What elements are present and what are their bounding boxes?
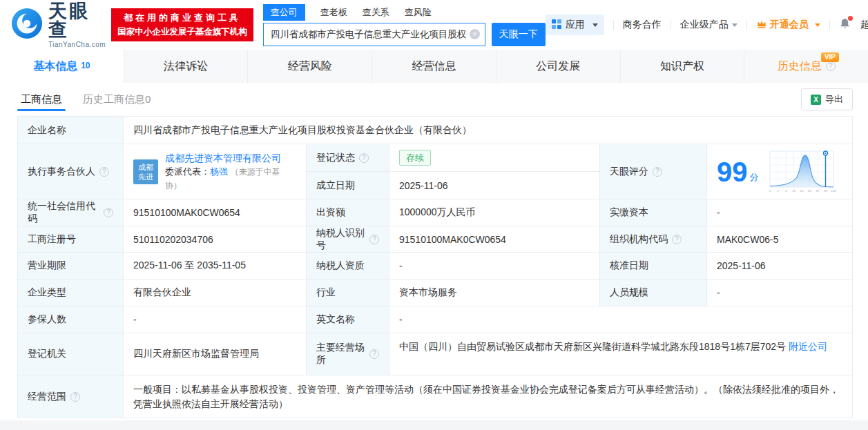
field-label-taxpayer-id: 纳税人识别号 [307, 226, 389, 253]
search-tab-risk[interactable]: 查风险 [405, 6, 432, 19]
field-value-taxpayer-id: 91510100MAK0CW0654 [389, 226, 600, 253]
field-label-industry: 行业 [307, 280, 389, 306]
search-input[interactable] [264, 29, 485, 39]
search-tabs: 查公司 查老板 查关系 查风险 [263, 4, 546, 21]
help-icon[interactable] [70, 392, 80, 402]
business-info-table: 企业名称 四川省成都市产投电子信息重大产业化项目股权投资基金合伙企业（有限合伙）… [17, 116, 853, 418]
nav-cooperation[interactable]: 商务合作 [623, 19, 662, 31]
notification-bell[interactable] [839, 18, 851, 32]
field-value-insured-count: - [124, 306, 307, 333]
apps-grid-icon [552, 19, 561, 31]
field-value-reg-authority: 四川天府新区市场监督管理局 [124, 333, 307, 375]
nav-user-label: 超级风... [860, 19, 868, 31]
field-label-business-address: 主要经营场所 [307, 333, 389, 375]
field-label-staff-size: 人员规模 [600, 280, 707, 306]
field-label-paid-capital: 实缴资本 [600, 199, 707, 226]
field-value-approval-date: 2025-11-06 [707, 253, 853, 280]
field-value-business-term: 2025-11-06 至 2035-11-05 [124, 253, 307, 280]
partner-company-link[interactable]: 成都先进资本管理有限公司 [165, 153, 281, 164]
tab-legal-proceedings[interactable]: 法律诉讼 [124, 50, 249, 83]
nav-enterprise-label: 企业级产品 [680, 19, 729, 31]
svg-text:50: 50 [800, 189, 803, 193]
tab-company-development[interactable]: 公司发展 [496, 50, 621, 83]
search-tab-relation[interactable]: 查关系 [363, 6, 389, 19]
nav-apps[interactable]: 应用 [546, 14, 604, 35]
field-label-company-name: 企业名称 [18, 117, 124, 144]
subtab-history-business-info[interactable]: 历史工商信息0 [83, 83, 151, 116]
clear-search-icon[interactable] [470, 29, 480, 39]
partner-avatar[interactable]: 成都先进 [133, 159, 158, 184]
bell-icon [839, 19, 851, 31]
tab-basic-info[interactable]: 基本信息 10 [0, 50, 124, 83]
top-header: 天眼查 TianYanCha.com 都在用的商业查询工具 国家中小企业发展子基… [0, 0, 868, 50]
field-label-establish-date: 成立日期 [307, 172, 389, 199]
export-button[interactable]: 导出 [801, 88, 853, 110]
label-text: 统一社会信用代码 [28, 200, 99, 225]
divider [746, 20, 747, 30]
svg-text:97: 97 [816, 189, 819, 193]
tab-count-badge: 10 [81, 61, 90, 70]
vip-badge: VIP [821, 52, 839, 62]
tab-operating-info[interactable]: 经营信息 [372, 50, 496, 83]
tab-intellectual-property[interactable]: 知识产权 [621, 50, 745, 83]
search-input-wrap [263, 23, 485, 46]
help-icon[interactable] [672, 235, 682, 244]
logo-text-en: TianYanCha.com [48, 41, 106, 48]
help-icon[interactable] [359, 153, 369, 163]
label-text: 主要经营场所 [316, 342, 365, 367]
tab-label: 基本信息 [33, 59, 77, 74]
field-value-taxpayer-quality: - [389, 253, 600, 280]
label-text: 登记状态 [316, 152, 355, 164]
help-icon[interactable] [99, 167, 109, 177]
field-value-staff-size: - [707, 280, 853, 306]
help-icon[interactable] [369, 235, 379, 244]
search-tab-boss[interactable]: 查老板 [320, 6, 347, 19]
help-icon[interactable] [104, 208, 113, 217]
nav-open-member[interactable]: 开通会员 [756, 19, 820, 31]
help-icon[interactable] [826, 61, 836, 71]
search-button[interactable]: 天眼一下 [492, 23, 546, 46]
field-label-reg-status: 登记状态 [307, 144, 389, 172]
rep-name-link[interactable]: 杨强 [210, 166, 228, 177]
notification-dot [848, 16, 853, 21]
svg-text:85: 85 [808, 189, 811, 193]
subtab-business-info[interactable]: 工商信息 [21, 83, 62, 116]
svg-text:99: 99 [824, 189, 827, 193]
field-value-executive-partner: 成都先进 成都先进资本管理有限公司 委派代表：杨强 （来源于中基协） [124, 144, 307, 199]
field-value-score[interactable]: 99 分 0 [707, 144, 853, 199]
field-label-english-name: 英文名称 [307, 306, 389, 333]
field-value-reg-number: 510110202034706 [124, 226, 307, 253]
header-nav: 应用 商务合作 企业级产品 开通会员 [546, 14, 868, 35]
tianyancha-eye-icon [11, 8, 43, 42]
nav-user[interactable]: 超级风... [860, 19, 868, 31]
divider [613, 20, 614, 30]
search-tab-company[interactable]: 查公司 [263, 4, 305, 21]
nav-enterprise[interactable]: 企业级产品 [680, 19, 737, 31]
svg-text:1: 1 [777, 189, 779, 193]
help-icon[interactable] [653, 167, 662, 177]
divider [829, 20, 830, 30]
field-label-business-term: 营业期限 [18, 253, 124, 280]
tab-label: 历史信息 [778, 59, 822, 74]
tianyancha-logo[interactable]: 天眼查 TianYanCha.com [11, 2, 106, 48]
help-icon[interactable] [369, 349, 379, 359]
address-text: 中国（四川）自由贸易试验区成都市天府新区兴隆街道科学城北路东段1818号1栋7层… [399, 341, 786, 352]
label-text: 纳税人识别号 [316, 227, 365, 252]
tab-history-info[interactable]: VIP 历史信息 [744, 50, 868, 83]
status-badge: 存续 [399, 150, 431, 166]
field-value-company-type: 有限合伙企业 [124, 280, 307, 306]
slogan-line1: 都在用的商业查询工具 [117, 12, 247, 24]
svg-text:3: 3 [784, 189, 787, 193]
nearby-companies-link[interactable]: 附近公司 [789, 341, 827, 352]
slogan-line2: 国家中小企业发展子基金旗下机构 [117, 26, 247, 38]
field-label-score: 天眼评分 [600, 144, 707, 199]
field-value-company-name: 四川省成都市产投电子信息重大产业化项目股权投资基金合伙企业（有限合伙） [124, 117, 853, 144]
logo-text-cn: 天眼查 [48, 2, 106, 39]
brand-slogan-badge: 都在用的商业查询工具 国家中小企业发展子基金旗下机构 [111, 8, 253, 41]
rep-label: 委派代表： [165, 166, 210, 177]
field-value-industry: 资本市场服务 [389, 280, 600, 306]
field-value-english-name: - [389, 306, 853, 333]
nav-member-label: 开通会员 [770, 19, 809, 31]
tab-operating-risk[interactable]: 经营风险 [248, 50, 372, 83]
field-value-reg-status: 存续 [389, 144, 600, 172]
